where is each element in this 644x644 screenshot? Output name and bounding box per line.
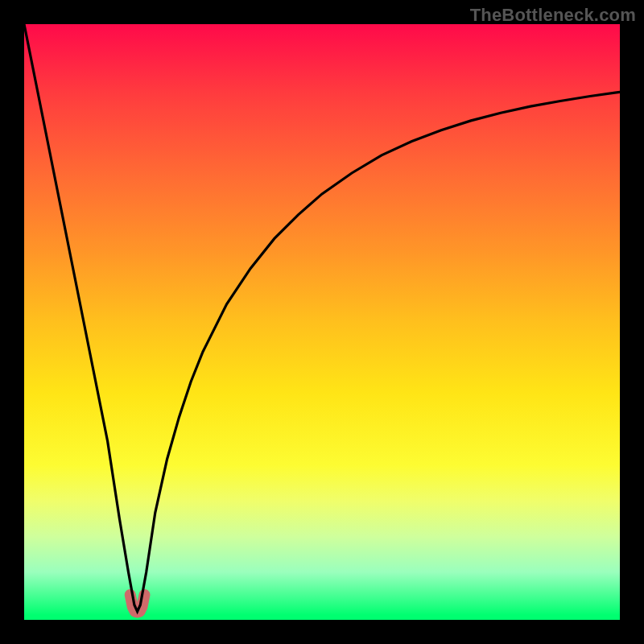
plot-area xyxy=(24,24,620,620)
watermark-text: TheBottleneck.com xyxy=(470,5,636,26)
